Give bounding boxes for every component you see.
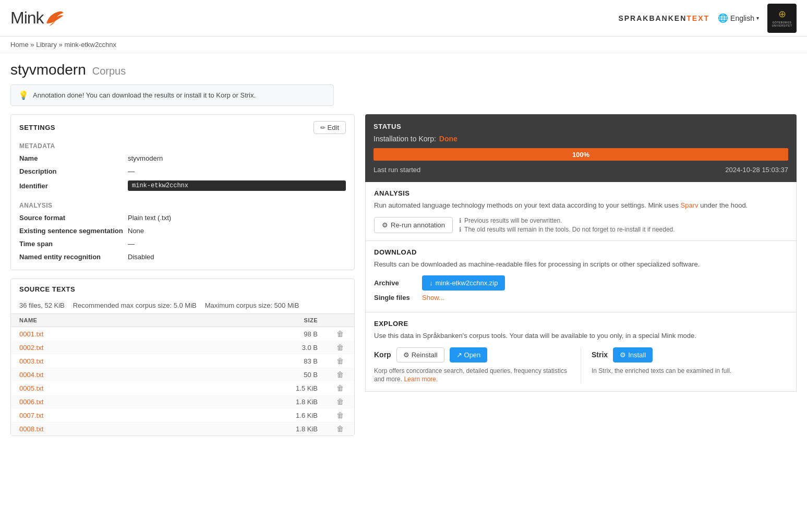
archive-label: Archive (374, 279, 416, 287)
file-name-cell: 0007.txt (11, 408, 173, 422)
korp-open-button[interactable]: ↗ Open (450, 347, 488, 362)
notes-list: ℹ Previous results will be overwritten. … (459, 217, 675, 233)
korp-description: Korp offers concordance search, detailed… (374, 367, 570, 384)
identifier-value: mink-etkw2cchnx (128, 180, 346, 191)
korp-name: Korp (374, 350, 391, 359)
delete-file-button[interactable]: 🗑 (334, 330, 346, 338)
recommended-size: Recommended max corpus size: 5.0 MiB (73, 301, 197, 309)
delete-file-button[interactable]: 🗑 (334, 425, 346, 433)
settings-description-row: Description — (11, 165, 354, 178)
download-arrow-icon: ↓ (429, 279, 433, 287)
last-run-value: 2024-10-28 15:03:37 (725, 166, 788, 174)
table-row: 0004.txt 50 B 🗑 (11, 368, 354, 381)
page-title-area: styvmodern Corpus (0, 53, 807, 82)
strix-install-button[interactable]: ⚙ Install (613, 347, 653, 362)
info-icon-2: ℹ (459, 226, 462, 233)
main-content: SETTINGS ✏ Edit METADATA Name styvmodern… (0, 114, 807, 446)
logo-area: Mink (10, 8, 65, 28)
file-name-cell: 0001.txt (11, 327, 173, 341)
sparv-link[interactable]: Sparv (681, 201, 698, 209)
settings-card: SETTINGS ✏ Edit METADATA Name styvmodern… (10, 114, 355, 270)
file-name-cell: 0003.txt (11, 354, 173, 368)
chevron-down-icon: ▾ (756, 15, 759, 21)
progress-label: 100% (572, 151, 589, 159)
page-title: styvmodern (10, 62, 86, 78)
settings-sentence-seg-row: Existing sentence segmentation None (11, 224, 354, 237)
explore-tools: Korp ⚙ Reinstall ↗ Open Korp offers conc… (374, 347, 788, 384)
name-value: styvmodern (128, 154, 346, 162)
file-size-cell: 1.5 KiB (173, 381, 326, 395)
right-panel: STATUS Installation to Korp: Done 100% L… (365, 114, 797, 436)
analysis-section-label: ANALYSIS (11, 198, 354, 211)
strix-description: In Strix, the enriched texts can be exam… (592, 367, 788, 376)
file-size-cell: 1.6 KiB (173, 408, 326, 422)
files-count: 36 files, 52 KiB (19, 301, 65, 309)
progress-bar: 100% (374, 148, 788, 161)
note-1-text: Previous results will be overwritten. (464, 217, 562, 224)
file-name-cell: 0006.txt (11, 395, 173, 408)
korp-learn-more-link[interactable]: Learn more. (404, 376, 438, 383)
analysis-title: ANALYSIS (374, 189, 788, 197)
file-delete-cell: 🗑 (326, 327, 354, 341)
delete-file-button[interactable]: 🗑 (334, 343, 346, 352)
file-link[interactable]: 0005.txt (19, 384, 43, 392)
logo-text: Mink (10, 8, 44, 28)
description-label: Description (19, 167, 124, 175)
notification-icon: 💡 (18, 90, 29, 100)
file-name-cell: 0008.txt (11, 422, 173, 436)
strix-block: Strix ⚙ Install In Strix, the enriched t… (592, 347, 788, 384)
analysis-desc-end: under the hood. (700, 201, 748, 209)
breadcrumb-sep2: » (59, 41, 65, 49)
metadata-section-label: METADATA (11, 138, 354, 152)
file-size-cell: 3.0 B (173, 341, 326, 354)
breadcrumb-sep1: » (30, 41, 36, 49)
time-span-value: — (128, 240, 346, 248)
table-row: 0005.txt 1.5 KiB 🗑 (11, 381, 354, 395)
analysis-description: Run automated language technology method… (374, 200, 788, 211)
source-texts-card: SOURCE TEXTS 36 files, 52 KiB Recommende… (10, 279, 355, 436)
delete-file-button[interactable]: 🗑 (334, 370, 346, 379)
university-logo: ⊕ GÖTEBORGS UNIVERSITET (767, 4, 797, 33)
settings-card-header: SETTINGS ✏ Edit (11, 115, 354, 138)
file-link[interactable]: 0001.txt (19, 330, 43, 338)
re-run-button[interactable]: ⚙ Re-run annotation (374, 217, 453, 233)
breadcrumb-home[interactable]: Home (10, 41, 29, 49)
breadcrumb-library[interactable]: Library (36, 41, 57, 49)
name-label: Name (19, 154, 124, 162)
file-delete-cell: 🗑 (326, 408, 354, 422)
settings-time-span-row: Time span — (11, 237, 354, 250)
sentence-seg-value: None (128, 227, 346, 235)
edit-label: Edit (328, 124, 339, 131)
file-link[interactable]: 0002.txt (19, 344, 43, 352)
archive-btn-label: mink-etkw2cchnx.zip (436, 279, 498, 287)
breadcrumb: Home » Library » mink-etkw2cchnx (0, 37, 807, 53)
installation-label: Installation to Korp: (374, 135, 436, 143)
archive-download-button[interactable]: ↓ mink-etkw2cchnx.zip (422, 275, 505, 291)
explore-section: EXPLORE Use this data in Språkbanken's c… (365, 312, 797, 392)
table-row: 0003.txt 83 B 🗑 (11, 354, 354, 368)
single-files-row: Single files Show... (374, 294, 788, 301)
single-files-show-link[interactable]: Show... (422, 294, 444, 301)
delete-file-button[interactable]: 🗑 (334, 384, 346, 392)
language-text: English (730, 14, 754, 22)
file-link[interactable]: 0007.txt (19, 412, 43, 419)
file-link[interactable]: 0008.txt (19, 425, 43, 433)
analysis-desc-text: Run automated language technology method… (374, 201, 679, 209)
delete-file-button[interactable]: 🗑 (334, 411, 346, 419)
col-size-header: SIZE (173, 314, 326, 327)
delete-file-button[interactable]: 🗑 (334, 357, 346, 365)
file-link[interactable]: 0003.txt (19, 357, 43, 365)
description-value: — (128, 167, 346, 175)
file-link[interactable]: 0004.txt (19, 371, 43, 379)
file-delete-cell: 🗑 (326, 368, 354, 381)
tool-separator (581, 347, 581, 384)
delete-file-button[interactable]: 🗑 (334, 397, 346, 406)
edit-button[interactable]: ✏ Edit (314, 121, 346, 134)
korp-reinstall-button[interactable]: ⚙ Reinstall (396, 347, 444, 362)
file-delete-cell: 🗑 (326, 354, 354, 368)
notification-banner: 💡 Annotation done! You can download the … (10, 84, 334, 106)
language-selector[interactable]: 🌐 English ▾ (718, 13, 759, 23)
korp-block: Korp ⚙ Reinstall ↗ Open Korp offers conc… (374, 347, 570, 384)
source-format-value: Plain text (.txt) (128, 214, 346, 222)
file-link[interactable]: 0006.txt (19, 398, 43, 406)
